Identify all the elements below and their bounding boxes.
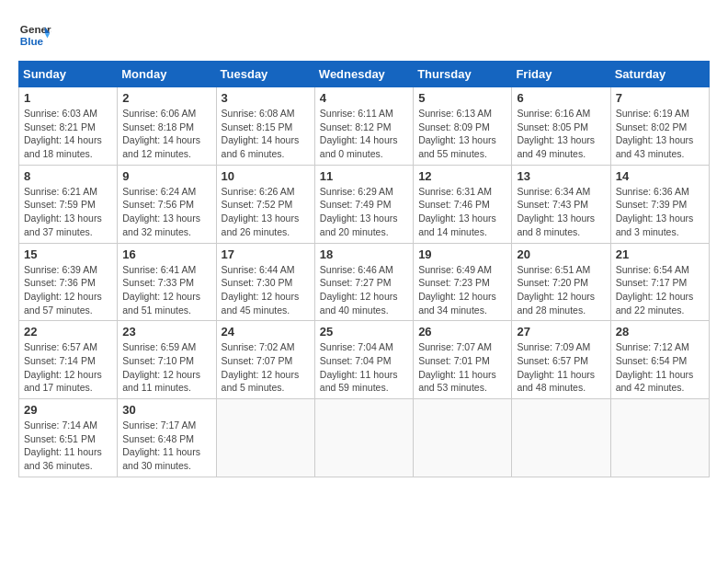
day-number: 12 (418, 169, 506, 183)
day-info: Sunrise: 6:46 AM Sunset: 7:27 PM Dayligh… (320, 263, 408, 317)
calendar-cell: 3Sunrise: 6:08 AM Sunset: 8:15 PM Daylig… (216, 87, 314, 166)
weekday-header-sunday: Sunday (19, 62, 118, 87)
calendar-cell: 8Sunrise: 6:21 AM Sunset: 7:59 PM Daylig… (19, 165, 118, 243)
calendar-cell: 10Sunrise: 6:26 AM Sunset: 7:52 PM Dayli… (216, 165, 314, 243)
day-number: 6 (517, 91, 605, 105)
day-number: 13 (517, 169, 605, 183)
day-number: 10 (222, 169, 310, 183)
day-number: 4 (320, 91, 408, 105)
day-number: 19 (418, 247, 506, 261)
day-number: 14 (616, 169, 704, 183)
day-info: Sunrise: 6:29 AM Sunset: 7:49 PM Dayligh… (320, 185, 408, 239)
calendar-cell: 28Sunrise: 7:12 AM Sunset: 6:54 PM Dayli… (610, 321, 709, 399)
svg-text:Blue: Blue (20, 35, 44, 47)
day-info: Sunrise: 6:51 AM Sunset: 7:20 PM Dayligh… (517, 263, 605, 317)
calendar-cell: 7Sunrise: 6:19 AM Sunset: 8:02 PM Daylig… (610, 87, 709, 166)
day-info: Sunrise: 6:21 AM Sunset: 7:59 PM Dayligh… (24, 185, 112, 239)
day-info: Sunrise: 7:14 AM Sunset: 6:51 PM Dayligh… (24, 419, 112, 473)
weekday-header-tuesday: Tuesday (216, 62, 314, 87)
calendar-cell (314, 399, 413, 477)
day-info: Sunrise: 6:24 AM Sunset: 7:56 PM Dayligh… (122, 185, 210, 239)
day-number: 20 (517, 247, 605, 261)
day-info: Sunrise: 7:04 AM Sunset: 7:04 PM Dayligh… (320, 340, 408, 395)
day-number: 18 (320, 247, 408, 261)
day-number: 8 (24, 169, 112, 183)
weekday-header-thursday: Thursday (414, 62, 512, 87)
calendar-cell: 29Sunrise: 7:14 AM Sunset: 6:51 PM Dayli… (19, 399, 118, 477)
calendar-cell: 6Sunrise: 6:16 AM Sunset: 8:05 PM Daylig… (512, 87, 610, 166)
calendar-cell: 11Sunrise: 6:29 AM Sunset: 7:49 PM Dayli… (314, 165, 413, 243)
day-number: 21 (616, 247, 704, 261)
day-info: Sunrise: 6:34 AM Sunset: 7:43 PM Dayligh… (517, 185, 605, 239)
logo: General Blue (18, 18, 51, 52)
weekday-header-monday: Monday (118, 62, 216, 87)
calendar-cell: 17Sunrise: 6:44 AM Sunset: 7:30 PM Dayli… (216, 243, 314, 321)
day-number: 17 (222, 247, 310, 261)
day-info: Sunrise: 6:49 AM Sunset: 7:23 PM Dayligh… (418, 263, 506, 317)
calendar-cell: 12Sunrise: 6:31 AM Sunset: 7:46 PM Dayli… (414, 165, 512, 243)
day-info: Sunrise: 6:36 AM Sunset: 7:39 PM Dayligh… (616, 185, 704, 239)
day-info: Sunrise: 6:16 AM Sunset: 8:05 PM Dayligh… (517, 107, 605, 161)
day-info: Sunrise: 6:57 AM Sunset: 7:14 PM Dayligh… (24, 340, 112, 395)
calendar-cell: 23Sunrise: 6:59 AM Sunset: 7:10 PM Dayli… (118, 321, 216, 399)
day-info: Sunrise: 7:12 AM Sunset: 6:54 PM Dayligh… (616, 340, 704, 395)
calendar-cell (512, 399, 610, 477)
day-number: 3 (222, 91, 310, 105)
calendar-cell (414, 399, 512, 477)
calendar-cell: 27Sunrise: 7:09 AM Sunset: 6:57 PM Dayli… (512, 321, 610, 399)
page-header: General Blue (18, 18, 710, 52)
calendar-cell: 26Sunrise: 7:07 AM Sunset: 7:01 PM Dayli… (414, 321, 512, 399)
day-info: Sunrise: 6:44 AM Sunset: 7:30 PM Dayligh… (222, 263, 310, 317)
day-number: 27 (517, 325, 605, 339)
day-number: 22 (24, 325, 112, 339)
day-info: Sunrise: 6:41 AM Sunset: 7:33 PM Dayligh… (122, 263, 210, 317)
day-info: Sunrise: 7:07 AM Sunset: 7:01 PM Dayligh… (418, 340, 506, 395)
calendar-cell: 30Sunrise: 7:17 AM Sunset: 6:48 PM Dayli… (118, 399, 216, 477)
day-info: Sunrise: 6:19 AM Sunset: 8:02 PM Dayligh… (616, 107, 704, 161)
calendar-cell: 1Sunrise: 6:03 AM Sunset: 8:21 PM Daylig… (19, 87, 118, 166)
calendar-cell: 19Sunrise: 6:49 AM Sunset: 7:23 PM Dayli… (414, 243, 512, 321)
day-info: Sunrise: 6:59 AM Sunset: 7:10 PM Dayligh… (122, 340, 210, 395)
calendar-cell: 9Sunrise: 6:24 AM Sunset: 7:56 PM Daylig… (118, 165, 216, 243)
calendar-cell: 14Sunrise: 6:36 AM Sunset: 7:39 PM Dayli… (610, 165, 709, 243)
calendar-cell: 20Sunrise: 6:51 AM Sunset: 7:20 PM Dayli… (512, 243, 610, 321)
day-number: 26 (418, 325, 506, 339)
calendar-cell (216, 399, 314, 477)
weekday-header-wednesday: Wednesday (314, 62, 413, 87)
calendar-cell: 15Sunrise: 6:39 AM Sunset: 7:36 PM Dayli… (19, 243, 118, 321)
calendar-cell: 13Sunrise: 6:34 AM Sunset: 7:43 PM Dayli… (512, 165, 610, 243)
day-info: Sunrise: 7:17 AM Sunset: 6:48 PM Dayligh… (122, 419, 210, 473)
day-info: Sunrise: 7:02 AM Sunset: 7:07 PM Dayligh… (222, 340, 310, 395)
day-info: Sunrise: 6:08 AM Sunset: 8:15 PM Dayligh… (222, 107, 310, 161)
day-info: Sunrise: 6:13 AM Sunset: 8:09 PM Dayligh… (418, 107, 506, 161)
day-info: Sunrise: 6:06 AM Sunset: 8:18 PM Dayligh… (122, 107, 210, 161)
day-info: Sunrise: 6:11 AM Sunset: 8:12 PM Dayligh… (320, 107, 408, 161)
calendar-cell: 18Sunrise: 6:46 AM Sunset: 7:27 PM Dayli… (314, 243, 413, 321)
calendar-cell: 5Sunrise: 6:13 AM Sunset: 8:09 PM Daylig… (414, 87, 512, 166)
day-number: 25 (320, 325, 408, 339)
day-number: 29 (24, 403, 112, 417)
calendar-cell: 2Sunrise: 6:06 AM Sunset: 8:18 PM Daylig… (118, 87, 216, 166)
day-number: 24 (222, 325, 310, 339)
calendar-cell: 21Sunrise: 6:54 AM Sunset: 7:17 PM Dayli… (610, 243, 709, 321)
day-number: 16 (122, 247, 210, 261)
day-number: 23 (122, 325, 210, 339)
calendar-cell: 16Sunrise: 6:41 AM Sunset: 7:33 PM Dayli… (118, 243, 216, 321)
calendar-cell (610, 399, 709, 477)
day-info: Sunrise: 6:31 AM Sunset: 7:46 PM Dayligh… (418, 185, 506, 239)
logo-icon: General Blue (18, 18, 51, 52)
day-number: 2 (122, 91, 210, 105)
calendar-cell: 24Sunrise: 7:02 AM Sunset: 7:07 PM Dayli… (216, 321, 314, 399)
day-number: 9 (122, 169, 210, 183)
calendar-cell: 22Sunrise: 6:57 AM Sunset: 7:14 PM Dayli… (19, 321, 118, 399)
svg-marker-3 (45, 33, 50, 38)
day-info: Sunrise: 6:39 AM Sunset: 7:36 PM Dayligh… (24, 263, 112, 317)
day-info: Sunrise: 6:03 AM Sunset: 8:21 PM Dayligh… (24, 107, 112, 161)
day-number: 15 (24, 247, 112, 261)
day-number: 28 (616, 325, 704, 339)
day-number: 11 (320, 169, 408, 183)
weekday-header-saturday: Saturday (610, 62, 709, 87)
calendar-cell: 4Sunrise: 6:11 AM Sunset: 8:12 PM Daylig… (314, 87, 413, 166)
day-number: 30 (122, 403, 210, 417)
day-number: 1 (24, 91, 112, 105)
